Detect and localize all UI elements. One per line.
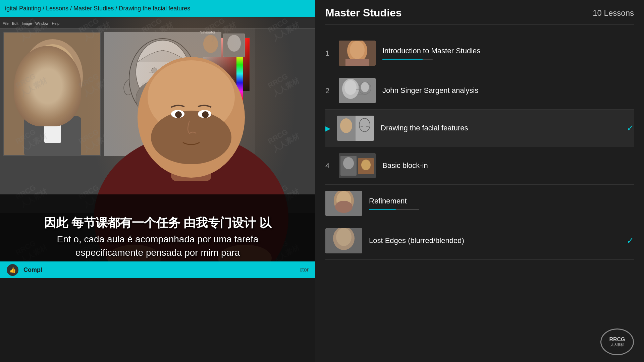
subtitle-portuguese-1: Ent o, cada aula é acompanhada por uma t… bbox=[57, 234, 259, 245]
bottom-bar: 👍 Compl ctor bbox=[0, 261, 315, 278]
ps-menu-edit: Edit bbox=[12, 21, 18, 25]
svg-rect-43 bbox=[356, 116, 374, 141]
lesson-progress-fill-5 bbox=[369, 209, 396, 210]
subtitle-portuguese-2: especificamente pensada por mim para bbox=[75, 247, 240, 258]
svg-point-42 bbox=[340, 118, 352, 133]
rrcg-logo-text: RRCG bbox=[609, 337, 625, 343]
rrcg-subtext: 人人素材 bbox=[610, 343, 624, 347]
svg-point-51 bbox=[361, 160, 371, 170]
lesson-item-2[interactable]: 2 John Singer Sargent analysis bbox=[325, 72, 634, 110]
lesson-item-1[interactable]: 1 Introduction to Master Studies bbox=[325, 35, 634, 72]
lesson-item-3[interactable]: ▶ Drawing the facial features ✓ bbox=[325, 110, 634, 147]
thumb-up-icon[interactable]: 👍 bbox=[7, 264, 18, 276]
breadcrumb-bar: igital Painting / Lessons / Master Studi… bbox=[0, 0, 315, 17]
lesson-title-1: Introduction to Master Studies bbox=[382, 46, 634, 56]
svg-point-24 bbox=[151, 111, 231, 164]
lesson-item-5[interactable]: Refinement bbox=[325, 185, 634, 222]
lesson-info-1: Introduction to Master Studies bbox=[382, 46, 634, 60]
rrcg-logo: RRCG 人人素材 bbox=[600, 328, 634, 355]
sidebar-title: Master Studies bbox=[325, 7, 402, 19]
lesson-progress-1 bbox=[382, 59, 433, 60]
lesson-item-6[interactable]: Lost Edges (blurred/blended) ✓ bbox=[325, 222, 634, 260]
lessons-count: 10 Lessons bbox=[593, 8, 634, 18]
lesson-thumbnail-1 bbox=[339, 41, 376, 66]
subtitle-chinese: 因此 每节课都有一个任务 由我专门设计 以 bbox=[44, 215, 271, 231]
lesson-thumbnail-6 bbox=[325, 228, 362, 253]
svg-point-37 bbox=[344, 80, 357, 95]
lesson-title-5: Refinement bbox=[369, 196, 634, 206]
lesson-progress-5 bbox=[369, 209, 419, 210]
lesson-title-3: Drawing the facial features bbox=[381, 123, 622, 133]
lesson-info-5: Refinement bbox=[369, 196, 634, 210]
lesson-thumbnail-5 bbox=[325, 191, 362, 216]
ps-menu-window: Window bbox=[35, 21, 48, 25]
complete-label[interactable]: Compl bbox=[23, 266, 42, 274]
ps-menu-image: Image bbox=[22, 21, 32, 25]
lesson-thumbnail-2 bbox=[339, 78, 376, 103]
bottom-right-text: ctor bbox=[300, 267, 309, 273]
svg-point-28 bbox=[202, 111, 209, 118]
lesson-item-4[interactable]: 4 Basic block-in bbox=[325, 147, 634, 185]
svg-point-27 bbox=[175, 111, 182, 118]
sidebar-header: Master Studies 10 Lessons bbox=[325, 7, 634, 24]
lesson-number-1: 1 bbox=[325, 49, 339, 58]
video-area: RRCG人人素材 RRCG人人素材 RRCG人人素材 RRCG人人素材 RRCG… bbox=[0, 0, 315, 278]
lesson-thumbnail-3 bbox=[337, 116, 374, 141]
lesson-info-2: John Singer Sargent analysis bbox=[382, 86, 634, 96]
lesson-info-4: Basic block-in bbox=[382, 161, 634, 171]
svg-point-39 bbox=[361, 82, 369, 92]
lesson-info-3: Drawing the facial features bbox=[381, 123, 622, 133]
ps-menu-help: Help bbox=[52, 21, 59, 25]
lesson-number-2: 2 bbox=[325, 86, 339, 95]
svg-rect-5 bbox=[44, 116, 61, 143]
check-icon-3: ✓ bbox=[627, 123, 634, 133]
lesson-title-4: Basic block-in bbox=[382, 161, 634, 171]
svg-point-49 bbox=[343, 157, 354, 169]
lesson-thumbnail-4 bbox=[339, 153, 376, 178]
lesson-number-4: 4 bbox=[325, 162, 339, 170]
lesson-title-2: John Singer Sargent analysis bbox=[382, 86, 634, 96]
check-icon-6: ✓ bbox=[627, 236, 634, 246]
play-icon-3: ▶ bbox=[325, 124, 335, 132]
right-sidebar: Master Studies 10 Lessons 1 Introduction… bbox=[315, 0, 644, 362]
lesson-progress-fill-1 bbox=[382, 59, 423, 60]
svg-rect-34 bbox=[345, 59, 369, 66]
lesson-info-6: Lost Edges (blurred/blended) bbox=[369, 236, 622, 246]
lesson-title-6: Lost Edges (blurred/blended) bbox=[369, 236, 622, 246]
breadcrumb-text: igital Painting / Lessons / Master Studi… bbox=[5, 5, 190, 12]
ps-menu-file: File bbox=[3, 21, 9, 25]
svg-point-33 bbox=[350, 41, 365, 59]
svg-point-55 bbox=[335, 201, 353, 213]
